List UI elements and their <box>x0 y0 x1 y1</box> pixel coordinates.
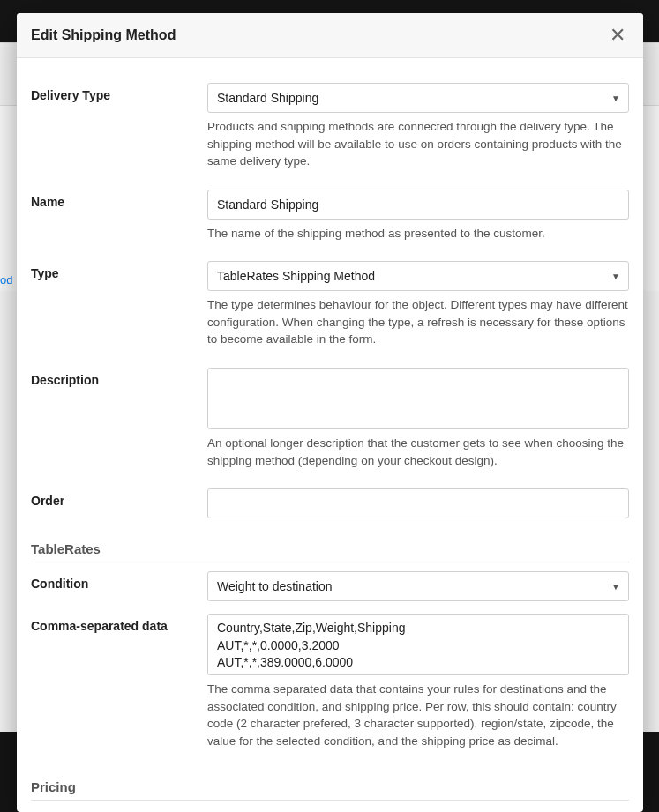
modal-header: Edit Shipping Method ✕ <box>17 13 643 58</box>
name-input[interactable] <box>207 190 629 220</box>
condition-label: Condition <box>31 571 207 591</box>
description-label: Description <box>31 368 207 387</box>
description-textarea[interactable] <box>207 368 629 429</box>
delivery-type-select[interactable]: Standard Shipping <box>207 83 629 113</box>
delivery-type-help: Products and shipping methods are connec… <box>207 118 629 170</box>
tablerates-section-title: TableRates <box>31 541 629 562</box>
edit-shipping-method-modal: Edit Shipping Method ✕ Delivery Type Sta… <box>17 13 643 812</box>
csv-label: Comma-separated data <box>31 614 207 633</box>
close-icon: ✕ <box>610 24 625 46</box>
csv-textarea[interactable] <box>207 614 629 675</box>
delivery-type-label: Delivery Type <box>31 83 207 102</box>
type-select[interactable]: TableRates Shipping Method <box>207 261 629 291</box>
name-label: Name <box>31 190 207 209</box>
order-input[interactable] <box>207 488 629 518</box>
type-label: Type <box>31 261 207 280</box>
modal-title: Edit Shipping Method <box>31 27 176 43</box>
pricing-section-title: Pricing <box>31 779 629 801</box>
description-help: An optional longer description that the … <box>207 435 629 469</box>
name-help: The name of the shipping method as prese… <box>207 225 629 242</box>
close-button[interactable]: ✕ <box>606 24 629 47</box>
csv-help: The comma separated data that contains y… <box>207 681 629 749</box>
condition-select[interactable]: Weight to destination <box>207 571 629 601</box>
modal-body[interactable]: Delivery Type Standard Shipping ▼ Produc… <box>17 58 643 812</box>
type-help: The type determines behaviour for the ob… <box>207 296 629 348</box>
order-label: Order <box>31 488 207 508</box>
